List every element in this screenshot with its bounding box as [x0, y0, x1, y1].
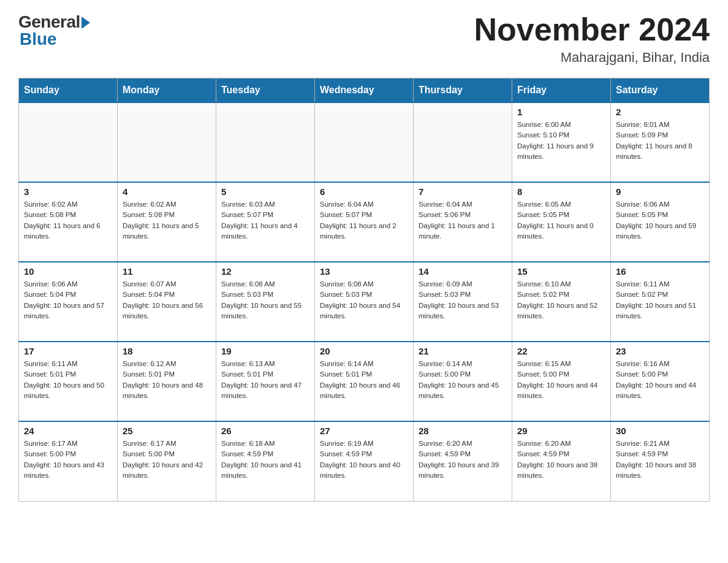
- day-number: 28: [419, 426, 507, 436]
- day-number: 12: [221, 266, 309, 277]
- logo-blue-text: Blue: [20, 29, 57, 49]
- day-info: Sunrise: 6:09 AM Sunset: 5:03 PM Dayligh…: [419, 279, 507, 321]
- day-number: 10: [24, 266, 112, 277]
- day-number: 30: [616, 426, 704, 436]
- day-info: Sunrise: 6:19 AM Sunset: 4:59 PM Dayligh…: [320, 439, 408, 481]
- col-monday: Monday: [118, 79, 216, 103]
- day-number: 23: [616, 346, 704, 356]
- day-number: 8: [517, 186, 605, 197]
- day-number: 19: [221, 346, 309, 356]
- calendar-cell: 7Sunrise: 6:04 AM Sunset: 5:06 PM Daylig…: [414, 182, 512, 262]
- calendar-cell: [414, 102, 512, 182]
- day-info: Sunrise: 6:18 AM Sunset: 4:59 PM Dayligh…: [221, 439, 309, 481]
- calendar-cell: 6Sunrise: 6:04 AM Sunset: 5:07 PM Daylig…: [315, 182, 414, 262]
- calendar-cell: 8Sunrise: 6:05 AM Sunset: 5:05 PM Daylig…: [512, 182, 611, 262]
- day-info: Sunrise: 6:01 AM Sunset: 5:09 PM Dayligh…: [616, 120, 704, 162]
- day-info: Sunrise: 6:17 AM Sunset: 5:00 PM Dayligh…: [123, 439, 211, 481]
- calendar-cell: 24Sunrise: 6:17 AM Sunset: 5:00 PM Dayli…: [19, 421, 118, 501]
- calendar-cell: 15Sunrise: 6:10 AM Sunset: 5:02 PM Dayli…: [512, 262, 611, 342]
- day-info: Sunrise: 6:11 AM Sunset: 5:01 PM Dayligh…: [24, 359, 112, 401]
- month-title: November 2024: [474, 12, 710, 47]
- day-number: 29: [517, 426, 605, 436]
- logo-arrow-icon: [82, 17, 90, 29]
- calendar-cell: 5Sunrise: 6:03 AM Sunset: 5:07 PM Daylig…: [216, 182, 315, 262]
- calendar-cell: 12Sunrise: 6:08 AM Sunset: 5:03 PM Dayli…: [216, 262, 315, 342]
- week-row: 24Sunrise: 6:17 AM Sunset: 5:00 PM Dayli…: [19, 421, 710, 501]
- location-title: Maharajgani, Bihar, India: [474, 50, 710, 66]
- day-info: Sunrise: 6:05 AM Sunset: 5:05 PM Dayligh…: [517, 199, 605, 242]
- week-row: 17Sunrise: 6:11 AM Sunset: 5:01 PM Dayli…: [19, 342, 710, 421]
- week-row: 1Sunrise: 6:00 AM Sunset: 5:10 PM Daylig…: [19, 102, 710, 182]
- calendar-cell: 19Sunrise: 6:13 AM Sunset: 5:01 PM Dayli…: [216, 342, 315, 421]
- day-number: 11: [123, 266, 211, 277]
- calendar-cell: 10Sunrise: 6:06 AM Sunset: 5:04 PM Dayli…: [19, 262, 118, 342]
- calendar-table: Sunday Monday Tuesday Wednesday Thursday…: [18, 78, 710, 502]
- day-number: 17: [24, 346, 112, 356]
- calendar-cell: [118, 102, 216, 182]
- day-number: 27: [320, 426, 408, 436]
- day-info: Sunrise: 6:11 AM Sunset: 5:02 PM Dayligh…: [616, 279, 704, 321]
- calendar-header-row: Sunday Monday Tuesday Wednesday Thursday…: [19, 79, 710, 103]
- calendar-cell: 18Sunrise: 6:12 AM Sunset: 5:01 PM Dayli…: [118, 342, 216, 421]
- day-info: Sunrise: 6:14 AM Sunset: 5:00 PM Dayligh…: [419, 359, 507, 401]
- week-row: 10Sunrise: 6:06 AM Sunset: 5:04 PM Dayli…: [19, 262, 710, 342]
- col-thursday: Thursday: [414, 79, 512, 103]
- day-number: 22: [517, 346, 605, 356]
- day-number: 6: [320, 186, 408, 197]
- calendar-cell: 11Sunrise: 6:07 AM Sunset: 5:04 PM Dayli…: [118, 262, 216, 342]
- day-info: Sunrise: 6:03 AM Sunset: 5:07 PM Dayligh…: [221, 199, 309, 242]
- calendar-cell: 4Sunrise: 6:02 AM Sunset: 5:08 PM Daylig…: [118, 182, 216, 262]
- calendar-cell: 9Sunrise: 6:06 AM Sunset: 5:05 PM Daylig…: [611, 182, 710, 262]
- page-header: General Blue November 2024 Maharajgani, …: [18, 12, 710, 66]
- day-number: 26: [221, 426, 309, 436]
- day-info: Sunrise: 6:08 AM Sunset: 5:03 PM Dayligh…: [320, 279, 408, 321]
- col-saturday: Saturday: [611, 79, 710, 103]
- day-info: Sunrise: 6:15 AM Sunset: 5:00 PM Dayligh…: [517, 359, 605, 401]
- day-number: 1: [517, 107, 605, 117]
- day-info: Sunrise: 6:14 AM Sunset: 5:01 PM Dayligh…: [320, 359, 408, 401]
- day-number: 25: [123, 426, 211, 436]
- calendar-cell: 1Sunrise: 6:00 AM Sunset: 5:10 PM Daylig…: [512, 102, 611, 182]
- calendar-cell: [19, 102, 118, 182]
- day-info: Sunrise: 6:08 AM Sunset: 5:03 PM Dayligh…: [221, 279, 309, 321]
- day-info: Sunrise: 6:13 AM Sunset: 5:01 PM Dayligh…: [221, 359, 309, 401]
- calendar-cell: 27Sunrise: 6:19 AM Sunset: 4:59 PM Dayli…: [315, 421, 414, 501]
- day-number: 2: [616, 107, 704, 117]
- calendar-cell: 16Sunrise: 6:11 AM Sunset: 5:02 PM Dayli…: [611, 262, 710, 342]
- week-row: 3Sunrise: 6:02 AM Sunset: 5:08 PM Daylig…: [19, 182, 710, 262]
- day-number: 15: [517, 266, 605, 277]
- calendar-cell: 28Sunrise: 6:20 AM Sunset: 4:59 PM Dayli…: [414, 421, 512, 501]
- calendar-cell: 22Sunrise: 6:15 AM Sunset: 5:00 PM Dayli…: [512, 342, 611, 421]
- day-number: 3: [24, 186, 112, 197]
- logo: General Blue: [18, 12, 90, 49]
- day-info: Sunrise: 6:10 AM Sunset: 5:02 PM Dayligh…: [517, 279, 605, 321]
- day-info: Sunrise: 6:07 AM Sunset: 5:04 PM Dayligh…: [123, 279, 211, 321]
- day-number: 13: [320, 266, 408, 277]
- col-tuesday: Tuesday: [216, 79, 315, 103]
- day-number: 9: [616, 186, 704, 197]
- calendar-cell: 20Sunrise: 6:14 AM Sunset: 5:01 PM Dayli…: [315, 342, 414, 421]
- day-number: 5: [221, 186, 309, 197]
- col-sunday: Sunday: [19, 79, 118, 103]
- day-info: Sunrise: 6:16 AM Sunset: 5:00 PM Dayligh…: [616, 359, 704, 401]
- day-info: Sunrise: 6:00 AM Sunset: 5:10 PM Dayligh…: [517, 120, 605, 162]
- day-number: 24: [24, 426, 112, 436]
- title-section: November 2024 Maharajgani, Bihar, India: [474, 12, 710, 66]
- calendar-cell: 2Sunrise: 6:01 AM Sunset: 5:09 PM Daylig…: [611, 102, 710, 182]
- calendar-cell: [216, 102, 315, 182]
- day-info: Sunrise: 6:20 AM Sunset: 4:59 PM Dayligh…: [517, 439, 605, 481]
- day-info: Sunrise: 6:21 AM Sunset: 4:59 PM Dayligh…: [616, 439, 704, 481]
- calendar-cell: 14Sunrise: 6:09 AM Sunset: 5:03 PM Dayli…: [414, 262, 512, 342]
- day-info: Sunrise: 6:02 AM Sunset: 5:08 PM Dayligh…: [24, 199, 112, 242]
- calendar-cell: 21Sunrise: 6:14 AM Sunset: 5:00 PM Dayli…: [414, 342, 512, 421]
- calendar-cell: 3Sunrise: 6:02 AM Sunset: 5:08 PM Daylig…: [19, 182, 118, 262]
- col-friday: Friday: [512, 79, 611, 103]
- day-info: Sunrise: 6:06 AM Sunset: 5:05 PM Dayligh…: [616, 199, 704, 242]
- day-number: 20: [320, 346, 408, 356]
- day-info: Sunrise: 6:12 AM Sunset: 5:01 PM Dayligh…: [123, 359, 211, 401]
- day-info: Sunrise: 6:06 AM Sunset: 5:04 PM Dayligh…: [24, 279, 112, 321]
- calendar-cell: 17Sunrise: 6:11 AM Sunset: 5:01 PM Dayli…: [19, 342, 118, 421]
- day-number: 4: [123, 186, 211, 197]
- calendar-cell: 13Sunrise: 6:08 AM Sunset: 5:03 PM Dayli…: [315, 262, 414, 342]
- calendar-cell: 25Sunrise: 6:17 AM Sunset: 5:00 PM Dayli…: [118, 421, 216, 501]
